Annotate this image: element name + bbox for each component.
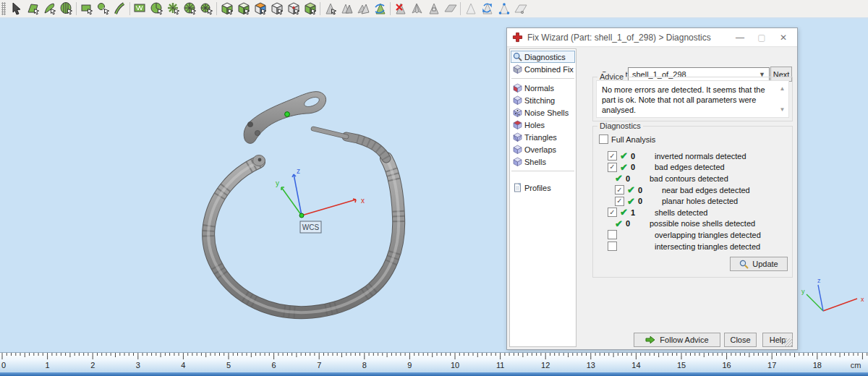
cube-select-colored-icon: [253, 1, 268, 16]
nav-item-stitching[interactable]: Stitching: [511, 94, 575, 106]
toolbar-button-wheel-selection-small[interactable]: [198, 1, 215, 17]
toolbar-button-window-selection[interactable]: [132, 1, 148, 17]
minimize-button[interactable]: —: [729, 30, 751, 45]
toolbar-button-triangle-outline-tool[interactable]: [462, 1, 479, 17]
toolbar-button-triangle-delete-tool[interactable]: [392, 1, 409, 17]
toolbar-button-plane-tool[interactable]: [442, 1, 459, 17]
triangle-tool-icon: [323, 1, 338, 16]
diagnostic-checkbox[interactable]: ✓: [615, 185, 624, 195]
diagnostic-checkbox[interactable]: ✓: [608, 208, 617, 217]
toolbar-button-triangle-refresh-tool[interactable]: [479, 1, 495, 17]
toolbar-button-cube-select-visible[interactable]: [218, 1, 235, 17]
full-analysis-checkbox[interactable]: [599, 134, 608, 144]
close-button[interactable]: Close: [724, 333, 757, 347]
svg-text:18: 18: [813, 361, 822, 369]
toolbar-button-cube-select-filled[interactable]: [302, 1, 318, 17]
diagnostic-label: overlapping triangles detected: [655, 231, 761, 239]
svg-text:15: 15: [677, 361, 686, 369]
triad-z-label: z: [817, 277, 821, 284]
nav-item-profiles[interactable]: Profiles: [511, 181, 575, 194]
cube-select-filled-icon: [303, 1, 318, 16]
svg-text:10: 10: [451, 361, 459, 369]
toolbar-button-mark-plane[interactable]: [25, 1, 41, 17]
orientation-triad: x y z: [801, 277, 864, 311]
diagnostic-label: shells detected: [655, 208, 707, 217]
wheel-selection-icon: [183, 1, 197, 16]
close-window-button[interactable]: ✕: [773, 30, 794, 45]
diagnostic-label: near bad edges detected: [662, 186, 750, 195]
green-check-icon: ✔: [615, 219, 626, 228]
bracelet-model[interactable]: [208, 92, 399, 312]
toolbar-button-triangle-pair-tool-2[interactable]: [355, 1, 372, 17]
toolbar-button-select-arrow[interactable]: [8, 1, 25, 17]
nav-item-triangles[interactable]: Triangles: [511, 131, 575, 143]
toolbar-button-cube-select-colored[interactable]: [252, 1, 268, 17]
pending-dot-icon: [620, 242, 631, 251]
wcs-label: WCS: [302, 223, 320, 231]
advice-groupbox: Advice No more errors are detected. It s…: [592, 77, 793, 121]
wizard-nav-list: DiagnosticsCombined FixNormalsStitchingN…: [509, 48, 576, 347]
clasp-rivet-hole-2: [255, 130, 260, 135]
diagnostic-row: intersecting triangles detected: [593, 241, 792, 252]
diagnostics-groupbox-label: Diagnostics: [597, 121, 643, 130]
update-button[interactable]: Update: [730, 257, 788, 271]
diagnostic-checkbox[interactable]: ✓: [608, 151, 617, 161]
dialog-titlebar[interactable]: Fix Wizard (Part: shell_1_of_298) > Diag…: [507, 28, 797, 47]
plane-tool-icon: [443, 1, 458, 16]
toolbar-button-brush-selection[interactable]: [95, 1, 111, 17]
svg-text:11: 11: [496, 361, 504, 369]
checkbox-slot: ✓: [608, 163, 620, 172]
svg-text:8: 8: [362, 361, 367, 369]
toolbar-grip-handle[interactable]: [1, 2, 6, 15]
checkbox-slot: [608, 242, 620, 251]
nav-item-combined-fix[interactable]: Combined Fix: [511, 63, 575, 75]
toolbar-button-rectangle-selection[interactable]: [78, 1, 95, 17]
toolbar-button-triangle-nodes-tool[interactable]: [495, 1, 512, 17]
toolbar-button-triangle-convert-tool[interactable]: [372, 1, 388, 17]
toolbar-button-wheel-selection[interactable]: [182, 1, 198, 17]
toolbar-button-triangle-detail-tool[interactable]: [425, 1, 442, 17]
maximize-button[interactable]: ▢: [751, 30, 773, 45]
toolbar-button-polyline-selection[interactable]: [111, 1, 128, 17]
nav-item-noise-shells[interactable]: Noise Shells: [511, 106, 575, 119]
scroll-down-icon[interactable]: ▼: [778, 106, 786, 114]
diagnostic-row: overlapping triangles detected: [593, 229, 792, 241]
update-button-label: Update: [752, 260, 778, 268]
nav-item-holes[interactable]: Holes: [511, 119, 575, 131]
diagnostic-count: 1: [631, 208, 641, 217]
toolbar-button-triangle-tool[interactable]: [322, 1, 339, 17]
nav-item-overlaps[interactable]: Overlaps: [511, 143, 575, 155]
toolbar-button-mark-surface[interactable]: [41, 1, 58, 17]
toolbar-button-cube-select-marked[interactable]: [285, 1, 302, 17]
svg-text:9: 9: [407, 361, 412, 369]
mark-surface-icon: [43, 1, 57, 16]
toolbar-button-pie-selection[interactable]: [148, 1, 165, 17]
nav-item-normals[interactable]: Normals: [511, 82, 575, 94]
diagnostic-checkbox[interactable]: [608, 242, 617, 251]
toolbar-button-asterisk-selection[interactable]: [165, 1, 182, 17]
wcs-label-box: WCS: [300, 221, 321, 233]
cube-mesh-icon: [513, 132, 522, 142]
diagnostic-checkbox[interactable]: ✓: [615, 197, 624, 206]
toolbar-button-triangle-fan-tool[interactable]: [409, 1, 425, 17]
triangle-fan-tool-icon: [410, 1, 425, 16]
scroll-up-icon[interactable]: ▲: [778, 85, 786, 93]
nav-item-label: Triangles: [524, 133, 557, 142]
resize-grip[interactable]: [784, 338, 793, 347]
diagnostic-count: 0: [631, 152, 641, 161]
nav-item-diagnostics[interactable]: Diagnostics: [511, 51, 575, 63]
toolbar-button-cube-select-solid[interactable]: [235, 1, 252, 17]
toolbar-button-cube-select-wireframe[interactable]: [268, 1, 285, 17]
toolbar-button-plane-outline-tool[interactable]: [512, 1, 529, 17]
diagnostic-checkbox[interactable]: [608, 230, 617, 239]
diagnostic-checkbox[interactable]: ✓: [608, 163, 617, 172]
plane-outline-tool-icon: [514, 1, 528, 16]
nav-item-shells[interactable]: Shells: [511, 155, 575, 168]
nav-item-label: Shells: [524, 158, 546, 166]
mark-shell-icon: [59, 1, 74, 16]
diagnostic-count: 0: [638, 186, 648, 195]
toolbar-button-triangle-pair-tool[interactable]: [339, 1, 355, 17]
toolbar-button-mark-shell[interactable]: [58, 1, 75, 17]
follow-advice-button[interactable]: Follow Advice: [634, 333, 720, 347]
svg-text:1: 1: [46, 361, 50, 369]
